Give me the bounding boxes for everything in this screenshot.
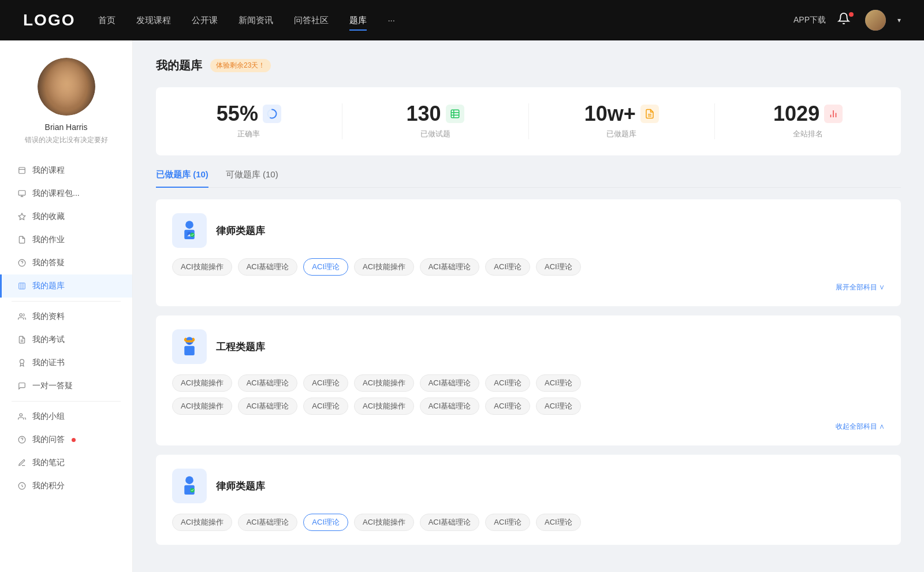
sidebar-menu: 我的课程 我的课程包... 我的收藏 我的作业	[0, 159, 132, 497]
nav-news[interactable]: 新闻资讯	[239, 13, 273, 28]
sidebar-item-exams[interactable]: 我的考试	[0, 328, 132, 351]
tab-available-banks[interactable]: 可做题库 (10)	[226, 169, 278, 187]
stats-card: 55% 正确率 130	[156, 87, 901, 155]
sidebar-item-my-qa[interactable]: 我的问答	[0, 428, 132, 451]
bell-button[interactable]	[837, 12, 854, 28]
bank-title-engineer: 工程类题库	[216, 340, 265, 354]
navbar: LOGO 首页 发现课程 公开课 新闻资讯 问答社区 题库 ··· APP下载 …	[0, 0, 924, 40]
eng2-tag-1[interactable]: ACI基础理论	[238, 398, 298, 415]
global-rank-icon	[824, 105, 843, 123]
law2-tag-4[interactable]: ACI基础理论	[420, 514, 480, 531]
sidebar-item-qa[interactable]: 我的答疑	[0, 251, 132, 274]
sidebar-label-cert: 我的证书	[32, 358, 65, 368]
sidebar-item-bank[interactable]: 我的题库	[0, 274, 132, 298]
sidebar-label-points: 我的积分	[32, 481, 65, 491]
group-icon	[17, 412, 27, 421]
svg-marker-5	[18, 213, 25, 220]
sidebar-item-notes[interactable]: 我的笔记	[0, 451, 132, 474]
cert-icon	[17, 358, 27, 367]
nav-qa[interactable]: 问答社区	[294, 13, 329, 28]
tag-1[interactable]: ACI基础理论	[238, 258, 298, 276]
nav-bank[interactable]: 题库	[349, 13, 367, 28]
sidebar-item-cert[interactable]: 我的证书	[0, 351, 132, 374]
sidebar-label-qa: 我的答疑	[32, 258, 65, 268]
eng2-tag-0[interactable]: ACI技能操作	[172, 398, 232, 415]
svg-rect-0	[19, 168, 25, 174]
eng-tag-4[interactable]: ACI基础理论	[420, 374, 480, 392]
svg-point-14	[20, 359, 24, 363]
law2-tag-5[interactable]: ACI理论	[485, 514, 530, 531]
global-rank-label: 全站排名	[793, 129, 823, 139]
law2-tag-6[interactable]: ACI理论	[536, 514, 581, 531]
done-questions-value: 130	[407, 103, 441, 124]
sidebar-item-points[interactable]: 我的积分	[0, 474, 132, 497]
app-download-button[interactable]: APP下载	[793, 15, 826, 25]
eng2-tag-2[interactable]: ACI理论	[303, 398, 348, 415]
done-questions-label: 已做试题	[420, 129, 450, 139]
global-rank-value: 1029	[773, 103, 819, 124]
tag-3[interactable]: ACI技能操作	[354, 258, 414, 276]
eng-tag-3[interactable]: ACI技能操作	[354, 374, 414, 392]
svg-point-11	[20, 314, 23, 317]
law2-tag-0[interactable]: ACI技能操作	[172, 514, 232, 531]
bank-title-lawyer-1: 律师类题库	[216, 224, 265, 237]
sidebar-item-course-pkg[interactable]: 我的课程包...	[0, 182, 132, 205]
nav-open-course[interactable]: 公开课	[192, 13, 218, 28]
exams-icon	[17, 335, 27, 344]
page-title: 我的题库	[156, 58, 202, 73]
nav-home[interactable]: 首页	[98, 13, 116, 28]
user-menu-chevron[interactable]: ▾	[897, 16, 901, 24]
sidebar-item-homework[interactable]: 我的作业	[0, 228, 132, 251]
eng-tag-0[interactable]: ACI技能操作	[172, 374, 232, 392]
nav-discover[interactable]: 发现课程	[136, 13, 171, 28]
tag-4[interactable]: ACI基础理论	[420, 258, 480, 276]
bank-title-lawyer-2: 律师类题库	[216, 480, 265, 493]
law2-tag-2[interactable]: ACI理论	[303, 514, 348, 531]
collapse-link-2[interactable]: 收起全部科目 ∧	[172, 422, 885, 432]
sidebar-item-profile[interactable]: 我的资料	[0, 305, 132, 328]
law2-tag-1[interactable]: ACI基础理论	[238, 514, 298, 531]
tags-row-lawyer-2: ACI技能操作 ACI基础理论 ACI理论 ACI技能操作 ACI基础理论 AC…	[172, 514, 885, 531]
sidebar-label-course-pkg: 我的课程包...	[32, 188, 80, 199]
tag-2[interactable]: ACI理论	[303, 258, 348, 276]
eng-tag-5[interactable]: ACI理论	[485, 374, 530, 392]
tag-5[interactable]: ACI理论	[485, 258, 530, 276]
eng-tag-2[interactable]: ACI理论	[303, 374, 348, 392]
eng2-tag-5[interactable]: ACI理论	[485, 398, 530, 415]
tag-0[interactable]: ACI技能操作	[172, 258, 232, 276]
bank-card-lawyer-2: 律师类题库 ACI技能操作 ACI基础理论 ACI理论 ACI技能操作 ACI基…	[156, 455, 901, 545]
eng2-tag-4[interactable]: ACI基础理论	[420, 398, 480, 415]
sidebar-label-favorites: 我的收藏	[32, 211, 65, 222]
tab-done-banks[interactable]: 已做题库 (10)	[156, 169, 208, 187]
1on1-icon	[17, 381, 27, 391]
sidebar-label-notes: 我的笔记	[32, 458, 65, 468]
accuracy-icon	[263, 105, 281, 123]
points-icon	[17, 481, 27, 491]
tag-6[interactable]: ACI理论	[536, 258, 581, 276]
trial-badge: 体验剩余23天！	[210, 59, 271, 72]
svg-point-37	[185, 476, 193, 484]
expand-link-1[interactable]: 展开全部科目 ∨	[172, 283, 885, 292]
user-avatar[interactable]	[865, 10, 886, 31]
tabs-row: 已做题库 (10) 可做题库 (10)	[156, 169, 901, 188]
stat-done-banks: 10w+ 已做题库	[529, 103, 716, 139]
sidebar-item-my-course[interactable]: 我的课程	[0, 159, 132, 182]
eng2-tag-3[interactable]: ACI技能操作	[354, 398, 414, 415]
done-banks-value: 10w+	[584, 103, 636, 124]
nav-more[interactable]: ···	[388, 13, 395, 28]
sidebar-item-favorites[interactable]: 我的收藏	[0, 205, 132, 228]
svg-rect-8	[19, 283, 25, 289]
sidebar-item-group[interactable]: 我的小组	[0, 405, 132, 428]
law2-tag-3[interactable]: ACI技能操作	[354, 514, 414, 531]
logo: LOGO	[23, 11, 75, 29]
accuracy-label: 正确率	[237, 129, 260, 139]
navbar-right: APP下载 ▾	[793, 10, 901, 31]
sidebar-avatar	[38, 58, 95, 116]
sidebar-item-1on1[interactable]: 一对一答疑	[0, 374, 132, 398]
eng-tag-6[interactable]: ACI理论	[536, 374, 581, 392]
sidebar-label-1on1: 一对一答疑	[32, 381, 73, 391]
eng2-tag-6[interactable]: ACI理论	[536, 398, 581, 415]
sidebar-label-exams: 我的考试	[32, 335, 65, 345]
done-banks-label: 已做题库	[606, 129, 636, 139]
eng-tag-1[interactable]: ACI基础理论	[238, 374, 298, 392]
